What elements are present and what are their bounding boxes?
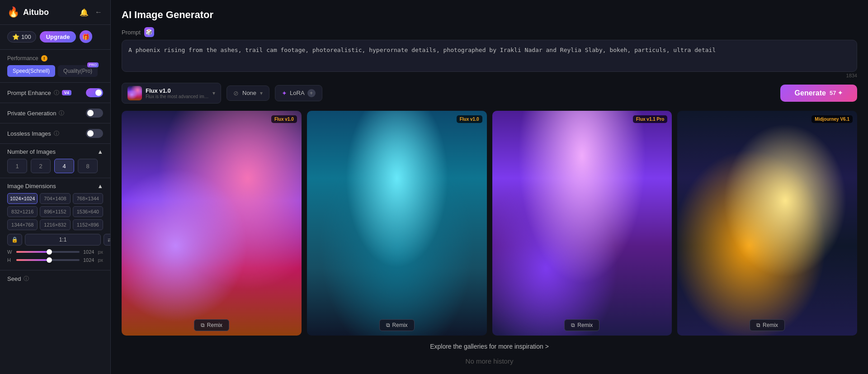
height-label: H	[7, 257, 13, 263]
quality-button[interactable]: Quality(Pro) PRO	[58, 65, 98, 77]
private-generation-row: Private Generation ⓘ	[0, 104, 110, 122]
star-icon: ⭐	[12, 33, 19, 40]
gallery-item-2[interactable]: Flux v1.1 Pro ⧉ Remix	[492, 111, 672, 336]
badge-1: Flux v1.0	[457, 115, 482, 123]
main-content: AI Image Generator Prompt 🎲 A phoenix ri…	[111, 0, 868, 374]
remix-icon-0: ⧉	[201, 322, 205, 328]
sidebar: 🔥 Aitubo 🔔 ← ⭐ 100 Upgrade 🎁 Performance…	[0, 0, 111, 374]
credits-badge: ⭐ 100	[7, 31, 36, 43]
model-desc: Flux is the most advanced image generati…	[146, 94, 209, 99]
gallery-item-3[interactable]: Midjourney V6.1 ⧉ Remix	[677, 111, 857, 336]
info-icon3: ⓘ	[54, 130, 59, 137]
filter-chevron-icon: ▾	[260, 90, 263, 96]
model-name: Flux v1.0	[146, 87, 209, 94]
remix-button-1[interactable]: ⧉ Remix	[379, 319, 415, 331]
width-value: 1024	[83, 249, 94, 255]
dim-btn-1[interactable]: 704×1408	[40, 193, 70, 204]
logo-area: 🔥 Aitubo	[7, 6, 49, 18]
no-history-text: No more history	[122, 357, 857, 365]
notification-button[interactable]: 🔔	[79, 7, 90, 18]
lora-label: LoRA	[290, 90, 305, 96]
dim-btn-0[interactable]: 1024×1024	[7, 193, 38, 204]
info-icon2: ⓘ	[59, 109, 64, 117]
dim-btn-4[interactable]: 896×1152	[40, 206, 70, 217]
num-btn-4[interactable]: 4	[54, 159, 74, 173]
toggle-slider	[86, 88, 103, 97]
height-value: 1024	[83, 257, 94, 263]
remix-button-3[interactable]: ⧉ Remix	[750, 319, 785, 331]
logo-icon: 🔥	[7, 6, 19, 18]
prompt-icon: 🎲	[144, 27, 154, 37]
lossless-images-row: Lossless Images ⓘ	[0, 124, 110, 142]
generate-credits: 57 ✦	[830, 90, 843, 96]
lora-button[interactable]: ✦ LoRA +	[275, 85, 322, 101]
generate-label: Generate	[795, 89, 826, 97]
num-images-section: Number of Images ▲ 1 2 4 8	[0, 145, 110, 177]
height-slider[interactable]	[16, 259, 80, 261]
width-px: px	[98, 249, 103, 255]
height-px: px	[98, 257, 103, 263]
width-slider[interactable]	[16, 251, 80, 253]
ratio-row: 🔒 ⇄	[7, 234, 103, 246]
remix-icon-1: ⧉	[386, 322, 390, 328]
filter-circle-icon: ⊘	[233, 90, 239, 97]
dim-btn-8[interactable]: 1152×896	[73, 219, 103, 230]
lossless-images-label: Lossless Images ⓘ	[7, 130, 59, 137]
speed-button[interactable]: Speed(Schnell)	[7, 65, 55, 77]
remix-button-0[interactable]: ⧉ Remix	[194, 319, 229, 331]
seed-row: Seed ⓘ	[0, 271, 110, 286]
char-count: 1834	[122, 73, 857, 78]
filter-name: None	[242, 90, 256, 96]
plus-icon: +	[307, 89, 316, 97]
warning-icon: !	[41, 55, 47, 62]
chevron-down-icon: ▾	[212, 90, 215, 96]
lossless-images-toggle[interactable]	[86, 129, 103, 138]
v4-badge: V4	[62, 90, 71, 95]
num-btn-2[interactable]: 2	[31, 159, 51, 173]
badge-3: Midjourney V6.1	[811, 115, 853, 123]
dim-btn-7[interactable]: 1216×832	[40, 219, 70, 230]
dim-btn-2[interactable]: 768×1344	[73, 193, 103, 204]
generate-button[interactable]: Generate 57 ✦	[780, 85, 857, 102]
prompt-enhance-row: Prompt Enhance ⓘ V4	[0, 84, 110, 102]
model-select[interactable]: Flux v1.0 Flux is the most advanced imag…	[122, 83, 221, 104]
dim-btn-6[interactable]: 1344×768	[7, 219, 38, 230]
sparkle-icon: ✦	[282, 90, 287, 97]
prompt-textarea[interactable]: A phoenix rising from the ashes, trail c…	[122, 40, 857, 72]
img-dimensions-header[interactable]: Image Dimensions ▲	[7, 183, 103, 189]
num-btn-1[interactable]: 1	[7, 159, 27, 173]
info-icon: ⓘ	[54, 89, 59, 97]
collapse-icon: ▲	[97, 148, 103, 155]
back-button[interactable]: ←	[94, 7, 103, 17]
header-icons: 🔔 ←	[79, 7, 103, 18]
swap-button[interactable]: ⇄	[104, 234, 111, 246]
private-generation-toggle[interactable]	[86, 109, 103, 118]
badge-0: Flux v1.0	[271, 115, 297, 123]
gift-button[interactable]: 🎁	[80, 30, 92, 43]
dim-btn-3[interactable]: 832×1216	[7, 206, 38, 217]
width-label: W	[7, 249, 13, 255]
dim-btn-5[interactable]: 1536×640	[73, 206, 103, 217]
explore-link[interactable]: Explore the galleries for more inspirati…	[122, 343, 857, 350]
seed-label: Seed	[7, 275, 21, 282]
remix-icon-2: ⧉	[571, 322, 575, 328]
collapse-icon2: ▲	[97, 183, 103, 189]
remix-button-2[interactable]: ⧉ Remix	[564, 319, 599, 331]
upgrade-button[interactable]: Upgrade	[40, 31, 76, 43]
gallery-item-0[interactable]: Flux v1.0 ⧉ Remix	[122, 111, 302, 336]
prompt-enhance-toggle[interactable]	[86, 88, 103, 97]
credits-value: 100	[21, 33, 31, 40]
ratio-input[interactable]	[25, 234, 101, 246]
seed-info-icon: ⓘ	[24, 275, 29, 283]
num-buttons: 1 2 4 8	[7, 159, 103, 173]
gallery-grid: Flux v1.0 ⧉ Remix Flux v1.0 ⧉ Remix Flux…	[122, 111, 857, 336]
badge-2: Flux v1.1 Pro	[633, 115, 667, 123]
num-images-header[interactable]: Number of Images ▲	[7, 148, 103, 155]
page-title: AI Image Generator	[122, 9, 857, 21]
gallery-item-1[interactable]: Flux v1.0 ⧉ Remix	[307, 111, 487, 336]
sidebar-header: 🔥 Aitubo 🔔 ←	[0, 0, 110, 25]
num-btn-8[interactable]: 8	[78, 159, 98, 173]
filter-select[interactable]: ⊘ None ▾	[226, 85, 269, 101]
lock-button[interactable]: 🔒	[7, 234, 22, 246]
toggle-slider3	[86, 129, 103, 138]
